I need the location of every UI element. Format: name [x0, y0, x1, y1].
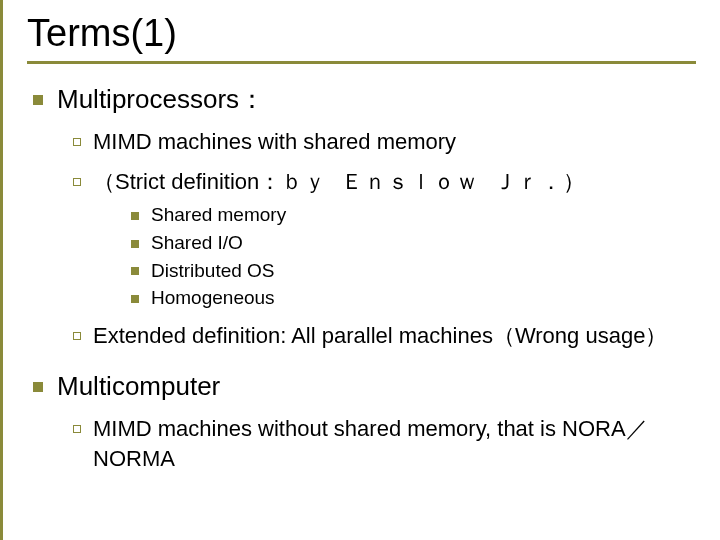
list-item: （Strict definition：ｂｙ Ｅｎｓｌｏｗ Ｊｒ．） — [73, 167, 696, 199]
list-item-text: MIMD machines with shared memory — [93, 127, 696, 157]
sub-list-item: Distributed OS — [131, 258, 696, 284]
sub-list-item: Homogeneous — [131, 285, 696, 311]
sub-list-item-text: Homogeneous — [151, 285, 696, 311]
open-square-bullet-icon — [73, 138, 81, 146]
sub-list-item-text: Shared I/O — [151, 230, 696, 256]
square-bullet-icon — [131, 240, 139, 248]
section-heading-text: Multiprocessors： — [57, 82, 696, 117]
section-heading: Multicomputer — [33, 369, 696, 404]
open-square-bullet-icon — [73, 332, 81, 340]
list-item-text: Extended definition: All parallel machin… — [93, 321, 696, 351]
open-square-bullet-icon — [73, 178, 81, 186]
sub-list-item: Shared memory — [131, 202, 696, 228]
list-item: MIMD machines without shared memory, tha… — [73, 414, 696, 473]
square-bullet-icon — [131, 267, 139, 275]
list-item-text: （Strict definition：ｂｙ Ｅｎｓｌｏｗ Ｊｒ．） — [93, 167, 696, 199]
sub-list-item-text: Distributed OS — [151, 258, 696, 284]
list-item-text-part: （Strict definition： — [93, 169, 281, 194]
sub-list-item: Shared I/O — [131, 230, 696, 256]
list-item: Extended definition: All parallel machin… — [73, 321, 696, 351]
list-item-text: MIMD machines without shared memory, tha… — [93, 414, 696, 473]
square-bullet-icon — [33, 95, 43, 105]
section-heading: Multiprocessors： — [33, 82, 696, 117]
list-item-text-mono: ｂｙ Ｅｎｓｌｏｗ Ｊｒ．） — [281, 171, 585, 196]
square-bullet-icon — [33, 382, 43, 392]
section-heading-text: Multicomputer — [57, 369, 696, 404]
slide: Terms(1) Multiprocessors： MIMD machines … — [0, 0, 720, 540]
open-square-bullet-icon — [73, 425, 81, 433]
list-item: MIMD machines with shared memory — [73, 127, 696, 157]
slide-title: Terms(1) — [27, 12, 696, 64]
square-bullet-icon — [131, 212, 139, 220]
sub-list-item-text: Shared memory — [151, 202, 696, 228]
square-bullet-icon — [131, 295, 139, 303]
